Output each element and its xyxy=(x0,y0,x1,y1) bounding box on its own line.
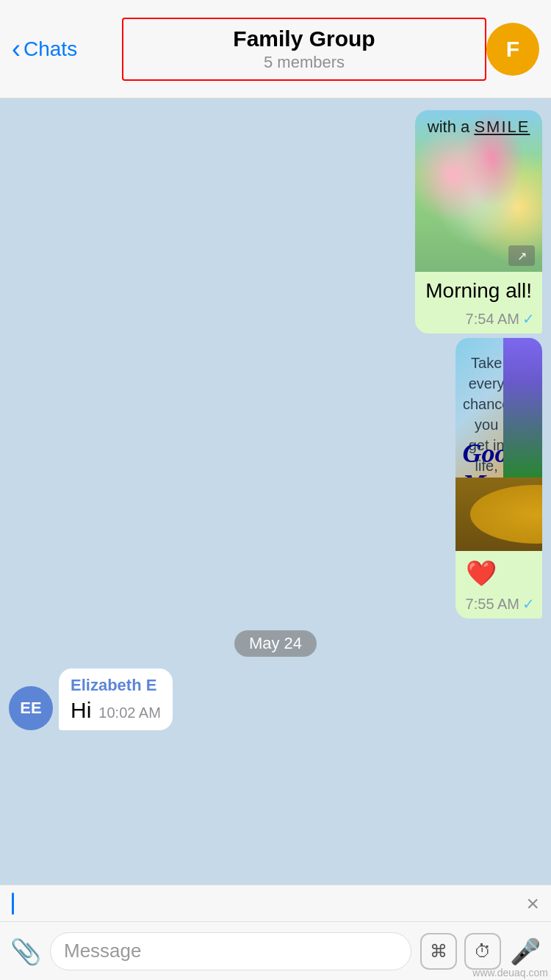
date-separator: May 24 xyxy=(0,630,551,657)
message-image-morning: Take every chance you get in life, becau… xyxy=(455,338,542,551)
date-pill: May 24 xyxy=(234,630,317,657)
incoming-content: Hi 10:02 AM xyxy=(71,698,161,723)
message-time: 7:54 AM xyxy=(466,311,519,328)
back-button[interactable]: ‹ Chats xyxy=(12,34,122,65)
message-row-incoming: EE Elizabeth E Hi 10:02 AM xyxy=(9,669,542,730)
smile-text: SMILE xyxy=(474,118,530,136)
sender-name: Elizabeth E xyxy=(71,676,161,695)
message-input[interactable]: Message xyxy=(50,932,411,970)
input-bar: × 📎 Message ⌘ ⏱ 🎤 xyxy=(0,884,551,980)
forward-icon: ↗ xyxy=(508,245,535,266)
message-row: with a SMILE ↗ Morning all! 7:54 AM ✓ xyxy=(9,110,542,334)
message-placeholder: Message xyxy=(64,940,142,962)
input-right-icons: ⌘ ⏱ xyxy=(420,933,501,970)
chat-area: with a SMILE ↗ Morning all! 7:54 AM ✓ Ta… xyxy=(0,98,551,884)
message-image-flower: with a SMILE ↗ xyxy=(415,110,542,272)
send-shortcut-button[interactable]: ⌘ xyxy=(420,933,457,970)
message-text: Morning all! xyxy=(425,279,532,302)
header: ‹ Chats Family Group 5 members F xyxy=(0,0,551,98)
message-text-area: Morning all! xyxy=(415,272,542,307)
flower-image: with a SMILE ↗ xyxy=(415,110,542,272)
timer-icon: ⏱ xyxy=(474,941,491,962)
morning-plate xyxy=(470,485,542,544)
timer-button[interactable]: ⏱ xyxy=(464,933,501,970)
group-name: Family Group xyxy=(131,26,478,51)
group-members: 5 members xyxy=(131,53,478,72)
clear-input-button[interactable]: × xyxy=(526,891,539,916)
text-cursor xyxy=(12,893,14,915)
group-avatar[interactable]: F xyxy=(486,23,539,76)
date-label: May 24 xyxy=(249,634,302,652)
watermark: www.deuaq.com xyxy=(472,967,548,979)
flower-overlay-text: with a SMILE xyxy=(428,118,530,137)
morning-background: Take every chance you get in life, becau… xyxy=(455,338,542,551)
morning-table-decoration xyxy=(455,478,542,551)
read-checkmark: ✓ xyxy=(522,310,535,328)
message-meta: 7:55 AM ✓ xyxy=(455,592,542,619)
send-shortcut-icon: ⌘ xyxy=(430,941,447,962)
message-time: 7:55 AM xyxy=(466,596,519,613)
sender-avatar: EE xyxy=(9,686,53,730)
avatar-letter: F xyxy=(506,37,519,62)
heart-text-area: ❤️ xyxy=(455,551,542,592)
group-info[interactable]: Family Group 5 members xyxy=(122,18,486,81)
outgoing-bubble: with a SMILE ↗ Morning all! 7:54 AM ✓ xyxy=(415,110,542,334)
attach-button[interactable]: 📎 xyxy=(10,937,41,966)
outgoing-bubble: Take every chance you get in life, becau… xyxy=(455,338,542,619)
incoming-bubble: Elizabeth E Hi 10:02 AM xyxy=(59,669,173,730)
message-meta: 7:54 AM ✓ xyxy=(415,307,542,334)
input-bottom-row: 📎 Message ⌘ ⏱ 🎤 xyxy=(0,922,551,980)
read-checkmark: ✓ xyxy=(522,595,535,613)
heart-emoji: ❤️ xyxy=(466,559,497,587)
chevron-left-icon: ‹ xyxy=(12,34,21,65)
incoming-text: Hi xyxy=(71,698,91,723)
message-row: Take every chance you get in life, becau… xyxy=(9,338,542,619)
mic-button[interactable]: 🎤 xyxy=(510,937,541,966)
back-label: Chats xyxy=(24,37,77,61)
incoming-time: 10:02 AM xyxy=(98,705,161,721)
input-top-row: × xyxy=(0,885,551,922)
sender-initials: EE xyxy=(20,699,41,718)
